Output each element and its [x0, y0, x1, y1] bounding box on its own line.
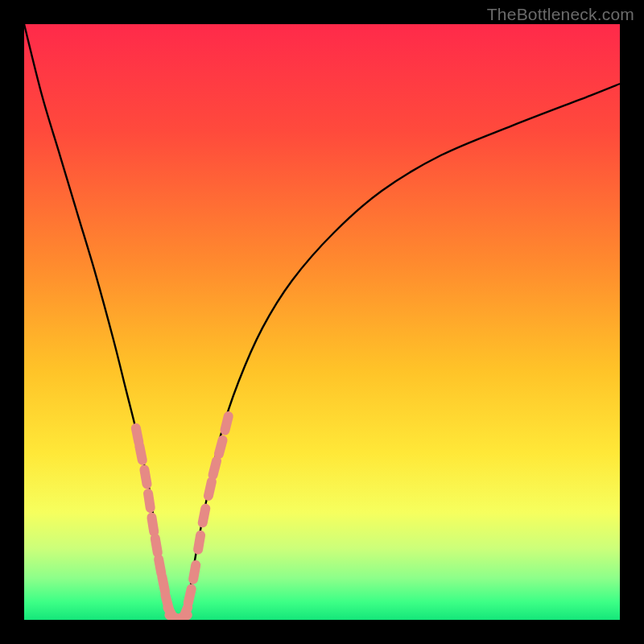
chart-frame: TheBottleneck.com — [0, 0, 644, 644]
marker-capsule — [182, 607, 188, 620]
marker-capsule — [159, 559, 161, 574]
bottleneck-curve — [24, 24, 620, 620]
marker-capsule — [144, 470, 147, 485]
marker-capsule — [219, 440, 223, 454]
watermark-text: TheBottleneck.com — [487, 5, 634, 24]
marker-group — [136, 416, 229, 620]
marker-capsule — [136, 428, 139, 443]
marker-capsule — [198, 535, 200, 550]
marker-capsule — [139, 446, 142, 460]
marker-capsule — [208, 481, 212, 496]
marker-capsule — [155, 539, 158, 553]
marker-capsule — [162, 577, 165, 592]
marker-capsule — [193, 565, 196, 580]
curve-layer — [24, 24, 620, 620]
marker-capsule — [225, 416, 228, 430]
plot-area — [24, 24, 620, 620]
marker-capsule — [213, 461, 217, 475]
marker-capsule — [151, 518, 154, 532]
marker-capsule — [188, 589, 192, 604]
marker-capsule — [203, 509, 206, 523]
marker-capsule — [148, 493, 151, 508]
